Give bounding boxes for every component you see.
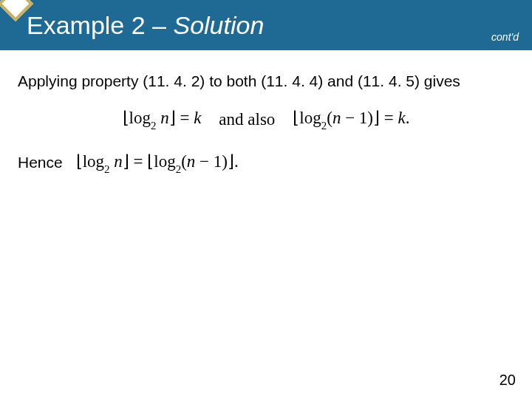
equation-1: ⌊log2 n⌋ = k (123, 108, 202, 131)
equation-2: ⌊log2(n − 1)⌋ = k. (293, 108, 409, 131)
slide-header: Example 2 – Solution cont'd (0, 0, 532, 50)
page-number: 20 (499, 372, 516, 389)
title-text-plain: Example 2 – (27, 11, 173, 39)
hence-row: Hence ⌊log2 n⌋ = ⌊log2(n − 1)⌋. (18, 151, 514, 174)
continued-label: cont'd (491, 31, 519, 43)
equation-3: ⌊log2 n⌋ = ⌊log2(n − 1)⌋. (76, 151, 239, 174)
slide-title: Example 2 – Solution (27, 11, 264, 40)
joiner-text: and also (219, 110, 275, 129)
formula-row-1: ⌊log2 n⌋ = k and also ⌊log2(n − 1)⌋ = k. (18, 108, 514, 131)
intro-text: Applying property (11. 4. 2) to both (11… (18, 71, 514, 92)
slide-content: Applying property (11. 4. 2) to both (11… (0, 50, 532, 174)
hence-label: Hence (18, 154, 63, 171)
title-text-italic: Solution (173, 11, 264, 39)
